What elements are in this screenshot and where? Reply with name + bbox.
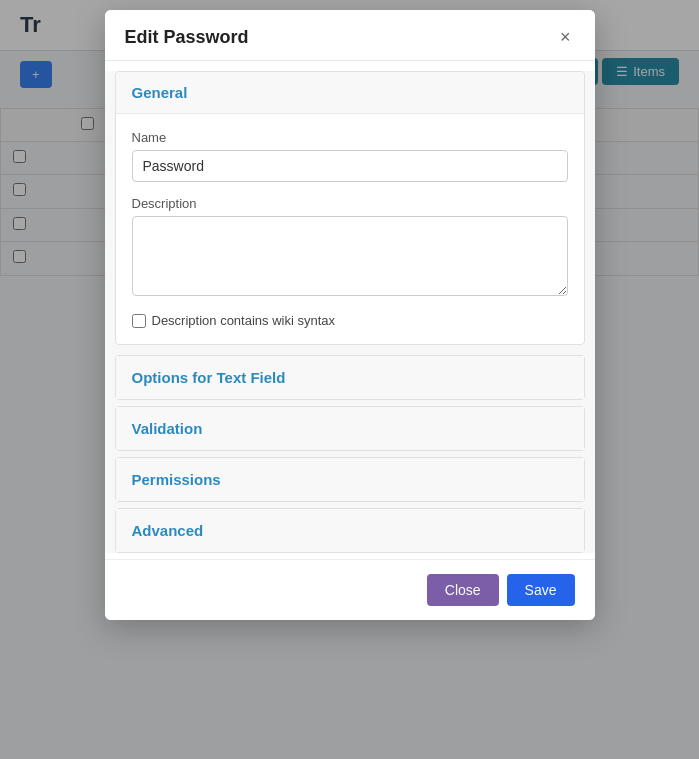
wiki-syntax-label: Description contains wiki syntax xyxy=(152,313,336,328)
options-section-header[interactable]: Options for Text Field xyxy=(116,356,584,399)
advanced-section-header[interactable]: Advanced xyxy=(116,509,584,552)
name-input[interactable] xyxy=(132,150,568,182)
close-button[interactable]: Close xyxy=(427,574,499,606)
validation-section-header[interactable]: Validation xyxy=(116,407,584,450)
general-section: General Name Description Description con… xyxy=(115,71,585,345)
close-icon[interactable]: × xyxy=(556,26,575,48)
modal-overlay: Edit Password × General Name Description xyxy=(0,0,699,759)
wiki-syntax-row: Description contains wiki syntax xyxy=(132,313,568,328)
validation-section: Validation xyxy=(115,406,585,451)
modal-footer: Close Save xyxy=(105,559,595,620)
modal-header: Edit Password × xyxy=(105,10,595,61)
general-section-body: Name Description Description contains wi… xyxy=(116,114,584,344)
advanced-section: Advanced xyxy=(115,508,585,553)
options-section: Options for Text Field xyxy=(115,355,585,400)
description-field-group: Description xyxy=(132,196,568,299)
name-label: Name xyxy=(132,130,568,145)
modal-title: Edit Password xyxy=(125,27,249,48)
edit-password-modal: Edit Password × General Name Description xyxy=(105,10,595,620)
permissions-section-header[interactable]: Permissions xyxy=(116,458,584,501)
save-button[interactable]: Save xyxy=(507,574,575,606)
modal-body: General Name Description Description con… xyxy=(105,71,595,553)
permissions-section: Permissions xyxy=(115,457,585,502)
general-section-header[interactable]: General xyxy=(116,72,584,114)
name-field-group: Name xyxy=(132,130,568,182)
description-input[interactable] xyxy=(132,216,568,296)
wiki-syntax-checkbox[interactable] xyxy=(132,314,146,328)
description-label: Description xyxy=(132,196,568,211)
